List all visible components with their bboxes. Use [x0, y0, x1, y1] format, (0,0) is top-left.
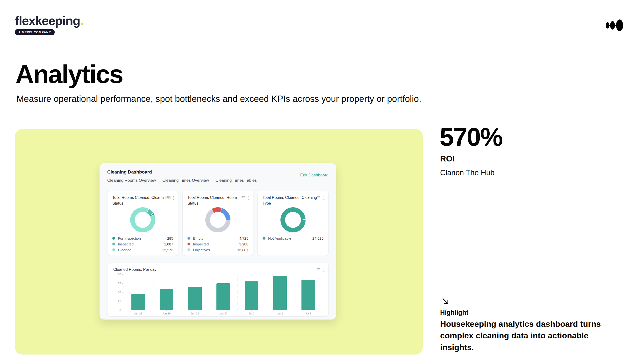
- donut-chart-cleanliness-status: [130, 207, 155, 232]
- y-tick-label: 25: [118, 300, 121, 303]
- stat-label: ROI: [440, 154, 454, 163]
- kebab-menu-icon[interactable]: [173, 196, 174, 200]
- legend-item-not-applicable: Not Applicable24,625: [262, 235, 324, 241]
- chart-card-room-status: Total Rooms Cleaned: Room StatusEmpty4,7…: [182, 191, 254, 256]
- x-tick: [223, 310, 224, 311]
- legend-item-for-inspection: For Inspection285: [112, 235, 173, 241]
- x-tick: [252, 310, 252, 311]
- legend-label: Inspected: [118, 242, 134, 246]
- bar-slot: [124, 274, 152, 310]
- bars: [124, 274, 322, 310]
- cleaning-dashboard-card: Cleaning Dashboard Edit Dashboard Cleani…: [100, 163, 336, 320]
- kebab-menu-icon[interactable]: [248, 196, 249, 200]
- legend-item-cleaned: Cleaned12,273: [112, 247, 173, 253]
- chart-card-title: Total Rooms Cleaned: Room Status: [188, 195, 248, 206]
- tab-cleaning-times-overview[interactable]: Cleaning Times Overview: [162, 178, 209, 183]
- bar-chart-cleaned-rooms-per-day: 0255075100: [113, 274, 322, 310]
- y-tick-label: 0: [120, 309, 121, 312]
- bar-slot: [152, 274, 180, 310]
- x-tick-label: Jul 2: [266, 312, 294, 315]
- legend-item-inspected: Inspected1,087: [112, 241, 173, 247]
- bar-slot: [294, 274, 322, 310]
- donut-chart-room-status: [205, 207, 230, 232]
- legend-item-objectives: Objectives15,887: [188, 247, 248, 253]
- highlight-text: Housekeeping analytics dashboard turns c…: [440, 318, 624, 353]
- dashboard-title: Cleaning Dashboard: [107, 169, 152, 175]
- mews-company-badge: A MEWS COMPANY: [15, 29, 54, 35]
- y-tick-label: 75: [118, 282, 121, 285]
- edit-dashboard-link[interactable]: Edit Dashboard: [300, 173, 328, 178]
- x-tick-label: Jun 29: [181, 312, 209, 315]
- legend-dot-icon: [188, 248, 190, 251]
- mews-logo-icon[interactable]: [604, 14, 627, 37]
- legend-label: Objectives: [193, 248, 210, 252]
- feature-panel: Cleaning Dashboard Edit Dashboard Cleani…: [15, 129, 423, 355]
- x-tick: [138, 310, 138, 311]
- tabs-divider: [107, 187, 328, 187]
- bar-slot: [238, 274, 266, 310]
- kebab-menu-icon[interactable]: [324, 268, 324, 272]
- bar-jul-3: [302, 280, 315, 310]
- legend-value: 4,725: [239, 236, 248, 240]
- x-tick-label: Jun 27: [124, 312, 152, 315]
- legend-label: For Inspection: [118, 236, 141, 240]
- legend-value: 12,273: [162, 248, 173, 252]
- chart-legend: Not Applicable24,625: [262, 235, 324, 241]
- kebab-menu-icon[interactable]: [324, 196, 324, 200]
- flexkeeping-logo[interactable]: flexkeeping. A MEWS COMPANY: [15, 14, 83, 35]
- legend-dot-icon: [262, 237, 266, 240]
- bar-jul-2: [273, 276, 287, 310]
- donut-cards-row: Total Rooms Cleaned: Cleanliness StatusF…: [107, 191, 328, 256]
- legend-value: 1,087: [164, 242, 173, 246]
- legend-dot-icon: [188, 243, 190, 245]
- filter-icon[interactable]: [316, 268, 320, 272]
- stat-property-name: Clarion The Hub: [440, 168, 494, 177]
- legend-label: Not Applicable: [268, 236, 291, 240]
- x-tick-label: Jun 30: [209, 312, 237, 315]
- legend-label: Empty: [193, 236, 204, 240]
- arrow-down-right-icon: [441, 297, 450, 306]
- x-tick-label: Jul 1: [238, 312, 266, 315]
- chart-legend: For Inspection285Inspected1,087Cleaned12…: [112, 235, 173, 253]
- chart-card-title: Total Rooms Cleaned: Cleaning Type: [262, 195, 324, 206]
- legend-value: 285: [167, 236, 173, 240]
- dashboard-tabs: Cleaning Rooms OverviewCleaning Times Ov…: [107, 178, 257, 183]
- filter-icon[interactable]: [166, 196, 170, 200]
- filter-icon[interactable]: [316, 196, 320, 200]
- bar-slot: [181, 274, 209, 310]
- donut-chart-cleaning-type: [280, 207, 306, 232]
- legend-item-inspected: Inspected3,288: [188, 241, 248, 247]
- tab-cleaning-rooms-overview[interactable]: Cleaning Rooms Overview: [107, 178, 156, 183]
- page-subtitle: Measure operational performance, spot bo…: [16, 93, 442, 105]
- x-axis-labels: Jun 27Jun 28Jun 29Jun 30Jul 1Jul 2Jul 3: [124, 312, 322, 315]
- legend-value: 3,288: [239, 242, 248, 246]
- x-tick-label: Jun 28: [152, 312, 180, 315]
- chart-card-title: Total Rooms Cleaned: Cleanliness Status: [112, 195, 173, 206]
- chart-card-cleaning-type: Total Rooms Cleaned: Cleaning TypeNot Ap…: [258, 191, 328, 256]
- y-axis: 0255075100: [113, 274, 124, 310]
- site-header: flexkeeping. A MEWS COMPANY: [0, 0, 644, 48]
- stat-value: 570%: [440, 124, 502, 150]
- legend-value: 15,887: [237, 248, 248, 252]
- bar-jun-28: [160, 289, 173, 310]
- highlight-label: Highlight: [440, 309, 468, 316]
- bar-jun-30: [216, 283, 230, 310]
- chart-card-cleanliness-status: Total Rooms Cleaned: Cleanliness StatusF…: [107, 191, 178, 256]
- legend-dot-icon: [112, 237, 115, 240]
- legend-dot-icon: [112, 243, 115, 245]
- tab-cleaning-times-tables[interactable]: Cleaning Times Tables: [216, 178, 257, 183]
- logo-dot: .: [80, 14, 83, 28]
- flexkeeping-wordmark: flexkeeping.: [15, 14, 83, 27]
- plot-area: [124, 274, 322, 310]
- legend-dot-icon: [188, 237, 190, 240]
- filter-icon[interactable]: [241, 196, 246, 200]
- chart-legend: Empty4,725Inspected3,288Objectives15,887: [188, 235, 248, 253]
- bar-jun-29: [188, 287, 202, 310]
- x-tick-label: Jul 3: [294, 312, 322, 315]
- page: flexkeeping. A MEWS COMPANY Analytics Me…: [0, 0, 644, 362]
- x-tick: [280, 310, 280, 311]
- bar-jun-27: [132, 294, 145, 310]
- x-tick: [308, 310, 308, 311]
- x-tick: [195, 310, 195, 311]
- bar-slot: [209, 274, 237, 310]
